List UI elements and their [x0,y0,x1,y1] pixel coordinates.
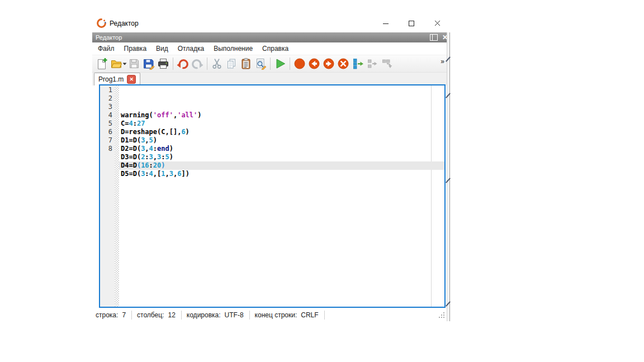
window-controls [373,14,450,32]
code-segment: 27 [137,120,145,127]
save-button[interactable] [127,56,141,71]
status-value: CRLF [301,311,318,319]
code-segment: : [149,161,153,169]
code-segment: warning( [121,111,153,119]
status-value: 7 [122,311,126,319]
new-script-button[interactable] [94,56,109,71]
menu-item-3[interactable]: Отладка [174,43,208,54]
code-line-8[interactable]: D5=D(3:4,[1,3,6]) [119,170,444,178]
code-segment: ) [197,111,201,119]
code-segment: D3=D( [121,153,141,161]
step-out-button[interactable] [380,56,394,71]
code-segment: C= [121,120,129,127]
code-segment: , [165,170,169,178]
code-segment: 4 [149,145,153,153]
code-segment: 'all' [177,111,197,119]
menu-item-5[interactable]: Справка [258,43,292,54]
code-segment: 1 [161,170,165,178]
code-segment: ) [161,161,165,169]
menu-item-1[interactable]: Правка [120,43,151,54]
code-segment: ,[ [153,170,161,178]
minimize-button[interactable] [373,14,399,32]
status-item-3: конец строки:CRLF [255,311,325,320]
menu-bar: ФайлПравкаВидОтладкаВыполнениеСправка [92,42,450,55]
code-line-2[interactable]: C=4:27 [119,120,444,128]
toolbar-overflow-chevron[interactable]: » [441,58,444,65]
tab-prog1[interactable]: Prog1.m ✕ [94,73,140,85]
remove-all-breakpoints-button[interactable] [336,56,351,71]
toolbar-separator [173,58,173,70]
line-number-gutter[interactable]: 12345678 [100,85,115,307]
code-segment: : [133,120,137,127]
previous-breakpoint-button[interactable] [307,56,321,71]
line-number[interactable]: 1 [100,86,115,94]
save-as-button[interactable] [141,56,156,71]
copy-button[interactable] [224,56,239,71]
line-number[interactable]: 4 [100,111,115,120]
fold-margin[interactable] [115,85,119,307]
code-segment: 3 [149,153,153,161]
code-segment: ) [169,153,173,161]
toolbar-separator [290,58,290,70]
tab-label: Prog1.m [98,75,124,83]
code-segment: 16 [141,161,149,169]
code-line-3[interactable]: D=reshape(C,[],6) [119,128,444,136]
open-dropdown-caret-icon[interactable] [122,56,127,71]
toolbar-separator [270,58,271,70]
menu-item-0[interactable]: Файл [94,43,119,54]
line-number[interactable]: 3 [100,103,115,111]
status-item-0: строка:7 [96,311,132,320]
step-button[interactable] [351,56,365,71]
status-label: кодировка: [187,311,221,319]
toggle-breakpoint-button[interactable] [292,56,307,71]
run-button[interactable] [273,56,287,71]
cut-button[interactable] [210,56,224,71]
code-segment: 4 [129,120,132,127]
code-line-7[interactable]: D4=D(16:20) [119,161,444,170]
code-line-5[interactable]: D2=D(3,4:end) [119,145,444,153]
undo-button[interactable] [176,56,190,71]
line-number[interactable]: 2 [100,94,115,103]
code-segment: ) [169,145,173,153]
octave-logo-icon [97,18,106,28]
code-segment: 6 [181,128,185,136]
code-segment: , [153,153,157,161]
code-segment: D2=D( [121,145,141,153]
toolbar: » [92,55,450,73]
window-right-border [447,32,450,321]
line-number[interactable]: 7 [100,136,115,145]
status-label: столбец: [137,311,164,319]
next-breakpoint-button[interactable] [321,56,336,71]
find-replace-button[interactable] [253,56,268,71]
menu-item-2[interactable]: Вид [152,43,172,54]
line-number[interactable]: 6 [100,128,115,136]
paste-button[interactable] [239,56,253,71]
code-area[interactable]: warning('off','all')C=4:27D=reshape(C,[]… [119,85,444,307]
maximize-button[interactable] [399,14,424,32]
editor-window: Редактор Редактор ✕ ФайлПравкаВидОтладка… [92,14,450,321]
code-segment: 5 [149,136,153,144]
step-in-button[interactable] [365,56,380,71]
code-line-4[interactable]: D1=D(3,5) [119,136,444,145]
panel-title: Редактор [96,34,122,41]
code-segment: ) [186,128,190,136]
tab-close-icon[interactable]: ✕ [127,75,136,84]
line-number[interactable]: 8 [100,145,115,153]
menu-item-4[interactable]: Выполнение [210,43,257,54]
code-line-6[interactable]: D3=D(2:3,3:5) [119,153,444,161]
undock-icon[interactable] [430,34,438,41]
status-label: строка: [96,311,118,319]
code-line-1[interactable]: warning('off','all') [119,111,444,120]
resize-grip[interactable] [439,312,444,318]
code-editor[interactable]: 12345678 warning('off','all')C=4:27D=res… [99,84,446,308]
code-segment: 'off' [153,111,173,119]
tab-bar: Prog1.m ✕ [92,73,450,85]
panel-titlebar[interactable]: Редактор ✕ [92,32,450,42]
print-button[interactable] [156,56,171,71]
code-segment: : [161,153,165,161]
redo-button[interactable] [190,56,205,71]
line-number[interactable]: 5 [100,120,115,128]
status-label: конец строки: [255,311,297,319]
close-button[interactable] [424,14,450,32]
code-segment: 5 [165,153,169,161]
